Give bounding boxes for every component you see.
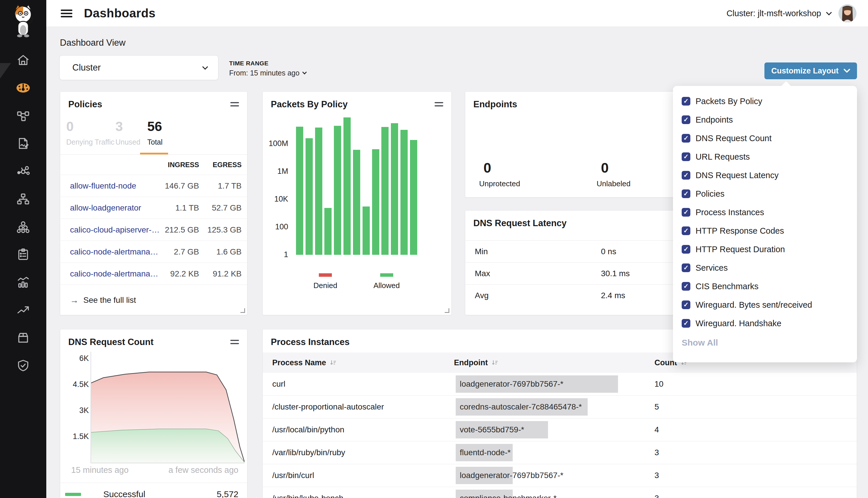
menu-item-url-requests[interactable]: ✓URL Requests bbox=[673, 147, 857, 166]
policies-stat-unused[interactable]: 3Unused bbox=[115, 119, 147, 146]
bar[interactable] bbox=[306, 138, 313, 255]
page-title: Dashboards bbox=[84, 6, 156, 20]
menu-item-http-response-codes[interactable]: ✓HTTP Response Codes bbox=[673, 222, 857, 240]
checkbox-checked-icon[interactable]: ✓ bbox=[682, 282, 690, 291]
legend-item-denied[interactable]: Denied bbox=[313, 273, 337, 290]
bar[interactable] bbox=[372, 149, 379, 255]
policies-table-header: INGRESS EGRESS bbox=[60, 155, 247, 175]
endpoint-value: vote-5655bd759-* bbox=[460, 425, 524, 434]
checkbox-checked-icon[interactable]: ✓ bbox=[682, 263, 690, 272]
menu-item-cis-benchmarks[interactable]: ✓CIS Benchmarks bbox=[673, 277, 857, 296]
show-all-link[interactable]: Show All bbox=[682, 338, 857, 348]
process-name-cell: /var/lib/ruby/bin/ruby bbox=[263, 448, 454, 457]
see-full-list-link[interactable]: → See the full list bbox=[60, 285, 247, 315]
bar[interactable] bbox=[334, 126, 341, 255]
sidebar-item-compliance[interactable] bbox=[0, 241, 46, 269]
table-row: /usr/bin/curlloadgenerator-7697bb7567-*3 bbox=[263, 464, 857, 487]
column-header-endpoint[interactable]: Endpoint bbox=[454, 358, 655, 367]
user-avatar[interactable] bbox=[839, 4, 856, 22]
menu-item-endpoints[interactable]: ✓Endpoints bbox=[673, 110, 857, 129]
dashboard-view-select[interactable]: Cluster bbox=[59, 55, 218, 80]
count-cell: 4 bbox=[655, 425, 857, 434]
policies-stat-total[interactable]: 56Total bbox=[147, 119, 163, 146]
legend-item-allowed[interactable]: Allowed bbox=[374, 273, 400, 290]
card-title: Endpoints bbox=[474, 99, 517, 109]
sidebar-item-dashboards[interactable] bbox=[0, 75, 46, 102]
sidebar-item-policies[interactable] bbox=[0, 130, 46, 158]
count-cell: 10 bbox=[655, 379, 857, 389]
sidebar-item-statistics[interactable] bbox=[0, 269, 46, 297]
ingress-value: 212.5 GB bbox=[164, 225, 199, 235]
legend-swatch bbox=[380, 273, 393, 277]
policies-stat-denying-traffic[interactable]: 0Denying Traffic bbox=[66, 119, 115, 146]
sidebar-item-nodes[interactable] bbox=[0, 213, 46, 241]
column-header-egress: EGRESS bbox=[199, 161, 242, 169]
bar[interactable] bbox=[363, 207, 370, 255]
bar[interactable] bbox=[315, 128, 322, 255]
menu-item-services[interactable]: ✓Services bbox=[673, 259, 857, 277]
checkbox-checked-icon[interactable]: ✓ bbox=[682, 115, 690, 124]
customize-layout-button[interactable]: Customize Layout bbox=[764, 63, 857, 79]
bar[interactable] bbox=[324, 208, 332, 255]
time-range-value[interactable]: From: 15 minutes ago bbox=[229, 69, 306, 77]
cluster-selector[interactable]: Cluster: jlt-msft-workshop bbox=[726, 9, 831, 18]
drag-handle-icon[interactable] bbox=[230, 340, 239, 346]
menu-item-dns-request-latency[interactable]: ✓DNS Request Latency bbox=[673, 166, 857, 184]
sort-icon bbox=[329, 359, 337, 366]
table-row: calico-cloud-apiserver-…212.5 GB125.3 GB bbox=[60, 219, 247, 240]
sidebar-item-packages[interactable] bbox=[0, 325, 46, 352]
bar[interactable] bbox=[344, 117, 351, 255]
bar[interactable] bbox=[410, 140, 417, 255]
sidebar-item-threat-defense[interactable] bbox=[0, 352, 46, 380]
menu-item-wireguard-handshake[interactable]: ✓Wireguard. Handshake bbox=[673, 314, 857, 332]
sidebar-item-trends[interactable] bbox=[0, 297, 46, 325]
legend-row-successful[interactable]: Successful 5,572 bbox=[60, 483, 247, 498]
menu-item-dns-request-count[interactable]: ✓DNS Request Count bbox=[673, 129, 857, 147]
resize-handle[interactable] bbox=[241, 308, 245, 313]
table-row: /usr/local/bin/pythonvote-5655bd759-*4 bbox=[263, 418, 857, 441]
menu-item-http-request-duration[interactable]: ✓HTTP Request Duration bbox=[673, 240, 857, 259]
latency-value: 30.1 ms bbox=[601, 269, 630, 278]
checkbox-checked-icon[interactable]: ✓ bbox=[682, 171, 690, 180]
policy-link[interactable]: allow-fluentd-node bbox=[70, 181, 164, 191]
bar[interactable] bbox=[391, 123, 398, 255]
drag-handle-icon[interactable] bbox=[230, 102, 239, 108]
bar[interactable] bbox=[353, 150, 360, 255]
sidebar-item-network-tree[interactable] bbox=[0, 186, 46, 213]
bar[interactable] bbox=[296, 127, 303, 255]
count-cell: 3 bbox=[655, 494, 857, 498]
menu-item-packets-by-policy[interactable]: ✓Packets By Policy bbox=[673, 92, 857, 110]
checkbox-checked-icon[interactable]: ✓ bbox=[682, 189, 690, 198]
sidebar-item-network-flow[interactable] bbox=[0, 102, 46, 130]
menu-item-wireguard-bytes-sent-received[interactable]: ✓Wireguard. Bytes sent/received bbox=[673, 296, 857, 314]
checkbox-checked-icon[interactable]: ✓ bbox=[682, 245, 690, 254]
sidebar-item-service-graph[interactable] bbox=[0, 158, 46, 186]
checkbox-checked-icon[interactable]: ✓ bbox=[682, 319, 690, 328]
bar[interactable] bbox=[381, 127, 389, 255]
checkbox-checked-icon[interactable]: ✓ bbox=[682, 208, 690, 217]
stat-label: Denying Traffic bbox=[66, 138, 115, 146]
checkbox-checked-icon[interactable]: ✓ bbox=[682, 97, 690, 106]
drag-handle-icon[interactable] bbox=[435, 102, 443, 108]
checkbox-checked-icon[interactable]: ✓ bbox=[682, 301, 690, 309]
policy-link[interactable]: allow-loadgenerator bbox=[70, 203, 164, 212]
policy-link[interactable]: calico-node-alertmana… bbox=[70, 269, 164, 278]
y-tick-label: 1.5K bbox=[60, 432, 89, 441]
y-tick-label: 100M bbox=[263, 139, 288, 148]
policy-link[interactable]: calico-node-alertmana… bbox=[70, 247, 164, 257]
checkbox-checked-icon[interactable]: ✓ bbox=[682, 226, 690, 235]
menu-item-process-instances[interactable]: ✓Process Instances bbox=[673, 203, 857, 222]
column-header-process-name[interactable]: Process Name bbox=[263, 358, 454, 367]
calico-cat-logo[interactable] bbox=[8, 3, 38, 38]
menu-caret bbox=[781, 81, 792, 92]
checkbox-checked-icon[interactable]: ✓ bbox=[682, 134, 690, 143]
policy-link[interactable]: calico-cloud-apiserver-… bbox=[70, 225, 164, 235]
process-table-body: curlloadgenerator-7697bb7567-*10/cluster… bbox=[263, 373, 857, 498]
bar[interactable] bbox=[400, 130, 408, 255]
resize-handle[interactable] bbox=[445, 308, 449, 313]
sidebar-item-home[interactable] bbox=[0, 47, 46, 75]
menu-item-policies[interactable]: ✓Policies bbox=[673, 184, 857, 203]
checkbox-checked-icon[interactable]: ✓ bbox=[682, 153, 690, 161]
chevron-down-icon bbox=[844, 69, 850, 73]
hamburger-menu-button[interactable] bbox=[60, 6, 74, 20]
